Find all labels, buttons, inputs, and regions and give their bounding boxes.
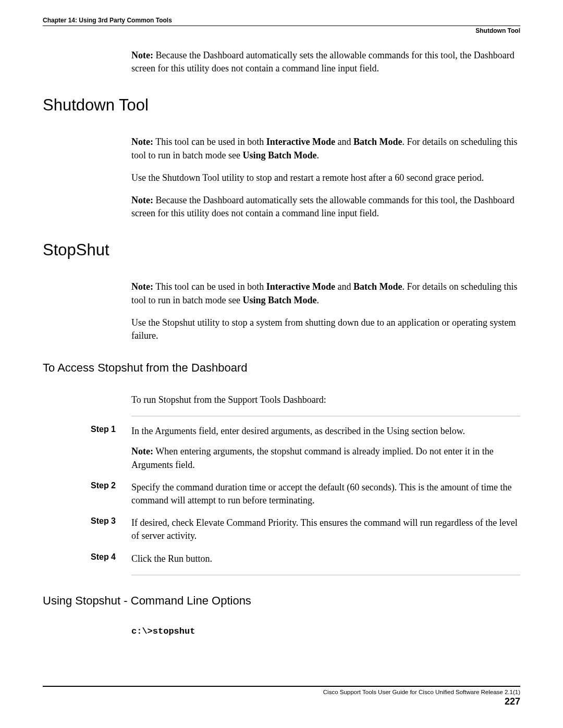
step-row: Step 1 In the Arguments field, enter des… [90, 425, 520, 472]
note-text: Because the Dashboard automatically sets… [131, 195, 515, 218]
section-header-right: Shutdown Tool [43, 27, 520, 34]
footer-divider: Cisco Support Tools User Guide for Cisco… [43, 686, 520, 707]
stopshut-heading: StopShut [43, 241, 520, 260]
step-label: Step 4 [90, 552, 131, 565]
note-label: Note: [131, 195, 153, 205]
step-label: Step 1 [90, 425, 131, 472]
note-label: Note: [131, 281, 153, 292]
interactive-mode: Interactive Mode [266, 137, 335, 147]
batch-mode: Batch Mode [353, 281, 402, 292]
shutdown-tool-heading: Shutdown Tool [43, 96, 520, 115]
footer-guide-text: Cisco Support Tools User Guide for Cisco… [43, 689, 520, 695]
shutdown-paragraph: Use the Shutdown Tool utility to stop an… [131, 171, 520, 184]
page-footer: Cisco Support Tools User Guide for Cisco… [43, 686, 520, 707]
text-part: and [335, 281, 353, 292]
note-text: When entering arguments, the stopshut co… [131, 446, 494, 470]
step-body: In the Arguments field, enter desired ar… [131, 426, 465, 436]
text-part: This tool can be used in both [153, 281, 266, 292]
intro-note-paragraph: Note: Because the Dashboard automaticall… [131, 49, 520, 75]
step-row: Step 3 If desired, check Elevate Command… [90, 516, 520, 542]
chapter-header: Chapter 14: Using 3rd Party Common Tools [43, 17, 520, 26]
shutdown-note2: Note: Because the Dashboard automaticall… [131, 194, 520, 220]
using-batch-mode: Using Batch Mode [242, 150, 316, 161]
cmdline-heading: Using Stopshut - Command Line Options [43, 594, 520, 608]
note-text: Because the Dashboard automatically sets… [131, 50, 515, 73]
batch-mode: Batch Mode [353, 137, 402, 147]
step-text: Click the Run button. [131, 552, 520, 565]
step-row: Step 2 Specify the command duration time… [90, 481, 520, 507]
text-part: and [335, 137, 353, 147]
step-text: Specify the command duration time or acc… [131, 481, 520, 507]
note-label: Note: [131, 50, 153, 60]
text-part: . [316, 295, 319, 305]
stopshut-paragraph: Use the Stopshut utility to stop a syste… [131, 316, 520, 342]
interactive-mode: Interactive Mode [266, 281, 335, 292]
step-row: Step 4 Click the Run button. [90, 552, 520, 565]
step-label: Step 2 [90, 481, 131, 507]
using-batch-mode: Using Batch Mode [242, 295, 316, 305]
divider-line [131, 416, 520, 416]
step-text: In the Arguments field, enter desired ar… [131, 425, 520, 472]
shutdown-note1: Note: This tool can be used in both Inte… [131, 135, 520, 162]
text-part: This tool can be used in both [153, 137, 266, 147]
command-code: c:\>stopshut [131, 626, 520, 636]
note-label: Note: [131, 137, 153, 147]
step-note: Note: When entering arguments, the stops… [131, 445, 520, 471]
step-text: If desired, check Elevate Command Priori… [131, 516, 520, 542]
step-label: Step 3 [90, 516, 131, 542]
access-stopshut-heading: To Access Stopshut from the Dashboard [43, 361, 520, 375]
stopshut-note1: Note: This tool can be used in both Inte… [131, 280, 520, 306]
divider-line [131, 575, 520, 575]
text-part: . [316, 150, 319, 161]
note-label: Note: [131, 446, 153, 456]
access-intro: To run Stopshut from the Support Tools D… [131, 393, 520, 406]
footer-page-number: 227 [43, 696, 520, 707]
